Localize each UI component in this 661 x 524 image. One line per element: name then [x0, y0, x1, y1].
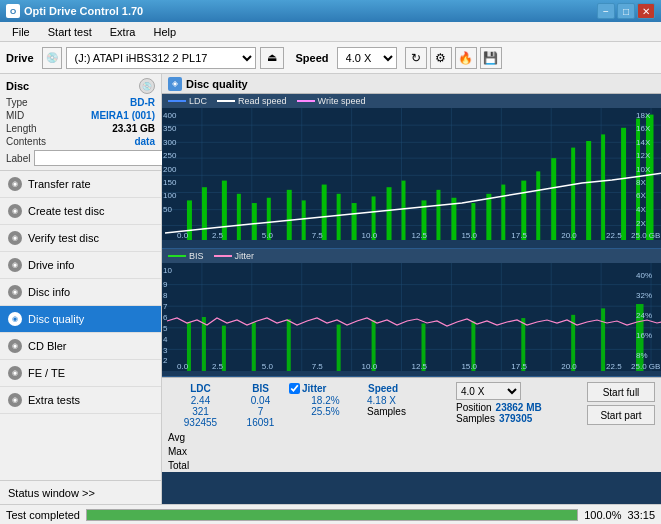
position-row: Position 23862 MB: [456, 402, 546, 413]
menu-start-test[interactable]: Start test: [40, 24, 100, 40]
menu-file[interactable]: File: [4, 24, 38, 40]
ldc-max: 321: [168, 406, 233, 417]
menu-help[interactable]: Help: [145, 24, 184, 40]
refresh-button[interactable]: ↻: [405, 47, 427, 69]
disc-icon: 💿: [139, 78, 155, 94]
chart-header: ◈ Disc quality: [162, 74, 661, 94]
svg-text:20.0: 20.0: [561, 362, 577, 371]
speed-unit-select[interactable]: 4.0 X: [456, 382, 521, 400]
svg-text:7.5: 7.5: [312, 231, 324, 240]
nav-items: ◉ Transfer rate ◉ Create test disc ◉ Ver…: [0, 171, 161, 414]
nav-create-test-disc[interactable]: ◉ Create test disc: [0, 198, 161, 225]
svg-rect-28: [352, 203, 357, 240]
bis-header: BIS: [233, 382, 288, 395]
nav-disc-info[interactable]: ◉ Disc info: [0, 279, 161, 306]
svg-text:15.0: 15.0: [461, 231, 477, 240]
svg-rect-94: [287, 319, 291, 371]
svg-rect-24: [287, 190, 292, 240]
create-test-icon: ◉: [8, 204, 22, 218]
svg-rect-93: [252, 322, 256, 371]
svg-text:10.0: 10.0: [362, 362, 378, 371]
nav-drive-info[interactable]: ◉ Drive info: [0, 252, 161, 279]
start-full-button[interactable]: Start full: [587, 382, 655, 402]
fe-te-icon: ◉: [8, 366, 22, 380]
drive-select[interactable]: (J:) ATAPI iHBS312 2 PL17: [66, 47, 256, 69]
disc-quality-icon: ◉: [8, 312, 22, 326]
svg-rect-42: [586, 141, 591, 240]
nav-extra-tests[interactable]: ◉ Extra tests: [0, 387, 161, 414]
svg-rect-75: [162, 263, 661, 371]
legend-read: Read speed: [217, 96, 287, 106]
svg-text:2X: 2X: [636, 219, 646, 228]
contents-val: data: [134, 136, 155, 147]
samples-label2: Samples: [456, 413, 495, 424]
status-window-link[interactable]: Status window >>: [0, 480, 161, 504]
burn-button[interactable]: 🔥: [455, 47, 477, 69]
nav-fe-te[interactable]: ◉ FE / TE: [0, 360, 161, 387]
toolbar: Drive 💿 (J:) ATAPI iHBS312 2 PL17 ⏏ Spee…: [0, 42, 661, 74]
label-input[interactable]: [34, 150, 167, 166]
save-button[interactable]: 💾: [480, 47, 502, 69]
start-part-button[interactable]: Start part: [587, 405, 655, 425]
svg-text:4: 4: [163, 335, 168, 344]
settings-button[interactable]: ⚙: [430, 47, 452, 69]
maximize-button[interactable]: □: [617, 3, 635, 19]
svg-text:22.5: 22.5: [606, 362, 622, 371]
svg-text:300: 300: [163, 138, 177, 147]
nav-transfer-rate[interactable]: ◉ Transfer rate: [0, 171, 161, 198]
svg-text:40%: 40%: [636, 271, 652, 280]
svg-text:100: 100: [163, 191, 177, 200]
speed-header: Speed: [367, 382, 452, 395]
legend-jitter: Jitter: [214, 251, 255, 261]
chart-icon: ◈: [168, 77, 182, 91]
length-key: Length: [6, 123, 37, 134]
svg-text:400: 400: [163, 111, 177, 120]
minimize-button[interactable]: −: [597, 3, 615, 19]
svg-rect-39: [536, 171, 540, 240]
contents-key: Contents: [6, 136, 46, 147]
legend-ldc: LDC: [168, 96, 207, 106]
label-key: Label: [6, 153, 30, 164]
svg-text:22.5: 22.5: [606, 231, 622, 240]
close-button[interactable]: ✕: [637, 3, 655, 19]
svg-text:17.5: 17.5: [511, 362, 527, 371]
svg-rect-25: [302, 200, 306, 240]
bis-avg: 0.04: [233, 395, 288, 406]
position-label: Samples: [367, 406, 406, 417]
verify-test-icon: ◉: [8, 231, 22, 245]
drive-label: Drive: [6, 52, 34, 64]
svg-text:200: 200: [163, 165, 177, 174]
menu-bar: File Start test Extra Help: [0, 22, 661, 42]
menu-extra[interactable]: Extra: [102, 24, 144, 40]
svg-rect-36: [486, 194, 491, 240]
position-val: 23862 MB: [496, 402, 542, 413]
svg-text:32%: 32%: [636, 291, 652, 300]
svg-text:12.5: 12.5: [412, 362, 428, 371]
nav-disc-quality[interactable]: ◉ Disc quality: [0, 306, 161, 333]
bis-total: 16091: [233, 417, 288, 428]
eject-button[interactable]: ⏏: [260, 47, 284, 69]
speed-select[interactable]: 4.0 X: [337, 47, 397, 69]
nav-verify-test-disc[interactable]: ◉ Verify test disc: [0, 225, 161, 252]
samples-val: 379305: [499, 413, 532, 424]
svg-rect-41: [571, 148, 575, 240]
svg-rect-40: [551, 158, 556, 240]
svg-text:6: 6: [163, 313, 168, 322]
content-area: ◈ Disc quality LDC Read speed Write spee…: [162, 74, 661, 504]
svg-text:2: 2: [163, 356, 168, 365]
svg-rect-101: [601, 308, 605, 371]
jitter-header-row: Jitter: [288, 382, 363, 395]
progress-bar-container: [86, 509, 578, 521]
svg-text:9: 9: [163, 280, 168, 289]
disc-info-icon: ◉: [8, 285, 22, 299]
svg-rect-27: [337, 194, 341, 240]
mid-key: MID: [6, 110, 24, 121]
svg-rect-95: [337, 325, 341, 371]
jitter-checkbox[interactable]: [289, 383, 300, 394]
ldc-avg: 2.44: [168, 395, 233, 406]
ldc-total: 932455: [168, 417, 233, 428]
svg-text:3: 3: [163, 346, 168, 355]
max-label: Max: [168, 446, 206, 460]
progress-bar-fill: [87, 510, 577, 520]
nav-cd-bler[interactable]: ◉ CD Bler: [0, 333, 161, 360]
